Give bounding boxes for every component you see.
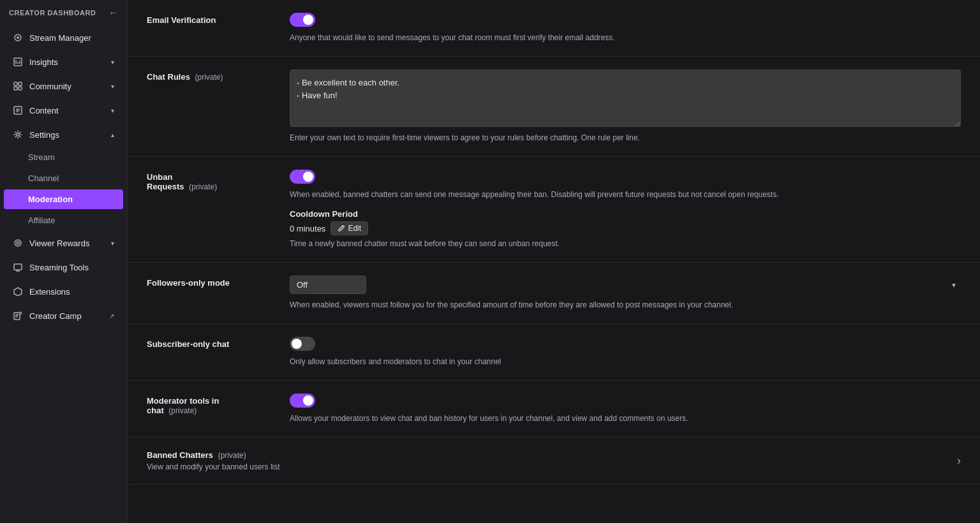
- cooldown-period-title: Cooldown Period: [290, 209, 961, 219]
- sidebar: Creator Dashboard ← Stream Manager Insig…: [0, 0, 128, 523]
- followers-only-description: When enabled, viewers must follow you fo…: [290, 299, 961, 311]
- svg-rect-8: [14, 87, 17, 90]
- email-verification-toggle[interactable]: [290, 13, 315, 27]
- unban-requests-description: When enabled, banned chatters can send o…: [290, 189, 961, 200]
- unban-requests-toggle-wrap: [290, 170, 961, 184]
- svg-rect-6: [14, 82, 17, 85]
- svg-point-14: [17, 133, 19, 136]
- unban-requests-private-badge: (private): [189, 182, 217, 191]
- email-verification-description: Anyone that would like to send messages …: [290, 32, 961, 43]
- chevron-down-icon: ▾: [111, 59, 114, 66]
- cooldown-period-block: Cooldown Period 0 minutes Edit Time a ne…: [290, 209, 961, 249]
- svg-rect-7: [19, 82, 22, 85]
- moderator-tools-label: Moderator tools in chat (private): [147, 394, 274, 424]
- sidebar-item-label: Creator Camp: [29, 311, 103, 321]
- sidebar-item-creator-camp[interactable]: Creator Camp ↗: [4, 304, 123, 327]
- unban-requests-label: Unban Requests (private): [147, 170, 274, 249]
- banned-chatters-left: Banned Chatters (private) View and modif…: [147, 450, 280, 471]
- email-verification-label: Email Verification: [147, 13, 274, 43]
- cooldown-hint: Time a newly banned chatter must wait be…: [290, 239, 560, 248]
- svg-rect-17: [14, 264, 22, 270]
- sidebar-item-stream-manager[interactable]: Stream Manager: [4, 26, 123, 49]
- sidebar-item-extensions[interactable]: Extensions: [4, 280, 123, 303]
- chevron-right-icon: ›: [957, 454, 961, 468]
- external-link-icon: ↗: [109, 313, 114, 320]
- collapse-icon[interactable]: ←: [109, 8, 119, 18]
- followers-only-label: Followers-only mode: [147, 276, 274, 311]
- email-verification-section: Email Verification Anyone that would lik…: [128, 0, 980, 57]
- chat-rules-textarea[interactable]: - Be excellent to each other. - Have fun…: [290, 70, 961, 127]
- subscriber-only-title: Subscriber-only chat: [147, 339, 229, 349]
- chevron-up-icon: ▴: [111, 131, 114, 138]
- content-icon: [13, 105, 23, 115]
- extensions-icon: [13, 286, 23, 297]
- followers-only-content: Off 10 minutes 30 minutes 1 hour 1 day 1…: [290, 276, 961, 311]
- sidebar-item-label: Viewer Rewards: [29, 239, 105, 248]
- sidebar-item-label: Settings: [29, 130, 105, 140]
- sidebar-item-settings[interactable]: Settings ▴: [4, 123, 123, 146]
- sidebar-item-affiliate[interactable]: Affiliate: [4, 210, 123, 230]
- moderator-tools-private-badge: (private): [168, 406, 197, 415]
- banned-chatters-title: Banned Chatters: [147, 450, 213, 460]
- unban-requests-content: When enabled, banned chatters can send o…: [290, 170, 961, 249]
- sidebar-item-stream[interactable]: Stream: [4, 147, 123, 167]
- community-icon: [13, 81, 23, 91]
- sidebar-item-viewer-rewards[interactable]: Viewer Rewards ▾: [4, 232, 123, 254]
- sidebar-item-streaming-tools[interactable]: Streaming Tools: [4, 256, 123, 279]
- sidebar-title: Creator Dashboard: [9, 9, 96, 17]
- banned-chatters-description: View and modify your banned users list: [147, 462, 280, 471]
- subscriber-only-description: Only allow subscribers and moderators to…: [290, 356, 961, 367]
- sidebar-sub-label: Channel: [28, 173, 59, 183]
- svg-point-15: [15, 240, 21, 246]
- svg-point-1: [17, 36, 19, 39]
- sidebar-item-label: Content: [29, 106, 105, 115]
- chat-rules-private-badge: (private): [195, 73, 223, 82]
- settings-icon: [13, 129, 23, 140]
- unban-requests-toggle[interactable]: [290, 170, 315, 184]
- moderator-tools-content: Allows your moderators to view chat and …: [290, 394, 961, 424]
- stream-manager-icon: [13, 33, 23, 43]
- sidebar-header: Creator Dashboard ←: [0, 0, 127, 26]
- sidebar-item-label: Stream Manager: [29, 33, 114, 43]
- chat-rules-section: Chat Rules (private) - Be excellent to e…: [128, 57, 980, 157]
- chevron-down-icon: ▾: [111, 240, 114, 247]
- sidebar-item-content[interactable]: Content ▾: [4, 99, 123, 122]
- sidebar-item-moderation[interactable]: Moderation: [4, 189, 123, 209]
- insights-icon: [13, 57, 23, 67]
- chat-rules-content: - Be excellent to each other. - Have fun…: [290, 70, 961, 144]
- email-verification-title: Email Verification: [147, 15, 216, 25]
- sidebar-item-community[interactable]: Community ▾: [4, 75, 123, 98]
- chevron-down-icon: ▾: [111, 107, 114, 114]
- cooldown-value-row: 0 minutes Edit: [290, 221, 961, 235]
- subscriber-only-toggle[interactable]: [290, 337, 315, 351]
- pencil-icon: [338, 225, 345, 232]
- moderator-tools-description: Allows your moderators to view chat and …: [290, 413, 961, 424]
- moderator-tools-section: Moderator tools in chat (private) Allows…: [128, 381, 980, 438]
- moderator-tools-toggle[interactable]: [290, 394, 315, 408]
- followers-only-select-wrap: Off 10 minutes 30 minutes 1 hour 1 day 1…: [290, 276, 961, 294]
- svg-point-16: [17, 242, 19, 244]
- sidebar-sub-label: Stream: [28, 152, 55, 162]
- chat-rules-title: Chat Rules: [147, 72, 190, 82]
- sidebar-item-channel[interactable]: Channel: [4, 168, 123, 188]
- creator-camp-icon: [13, 311, 23, 321]
- cooldown-value: 0 minutes: [290, 224, 325, 233]
- chat-rules-description: Enter your own text to require first-tim…: [290, 132, 961, 144]
- cooldown-edit-button[interactable]: Edit: [330, 221, 368, 235]
- followers-only-select[interactable]: Off 10 minutes 30 minutes 1 hour 1 day 1…: [290, 276, 366, 294]
- sidebar-item-label: Community: [29, 82, 105, 91]
- banned-chatters-row[interactable]: Banned Chatters (private) View and modif…: [128, 438, 980, 485]
- chevron-down-icon: ▾: [111, 83, 114, 90]
- chat-rules-label: Chat Rules (private): [147, 70, 274, 144]
- subscriber-only-toggle-wrap: [290, 337, 961, 351]
- sidebar-item-insights[interactable]: Insights ▾: [4, 50, 123, 73]
- email-verification-toggle-wrap: [290, 13, 961, 27]
- viewer-rewards-icon: [13, 238, 23, 248]
- unban-requests-title: Unban Requests: [147, 172, 186, 191]
- email-verification-content: Anyone that would like to send messages …: [290, 13, 961, 43]
- sidebar-item-label: Extensions: [29, 287, 114, 297]
- main-content: Email Verification Anyone that would lik…: [128, 0, 980, 523]
- subscriber-only-label: Subscriber-only chat: [147, 337, 274, 367]
- sidebar-sub-label: Moderation: [28, 195, 73, 204]
- banned-chatters-title-wrap: Banned Chatters (private): [147, 450, 280, 460]
